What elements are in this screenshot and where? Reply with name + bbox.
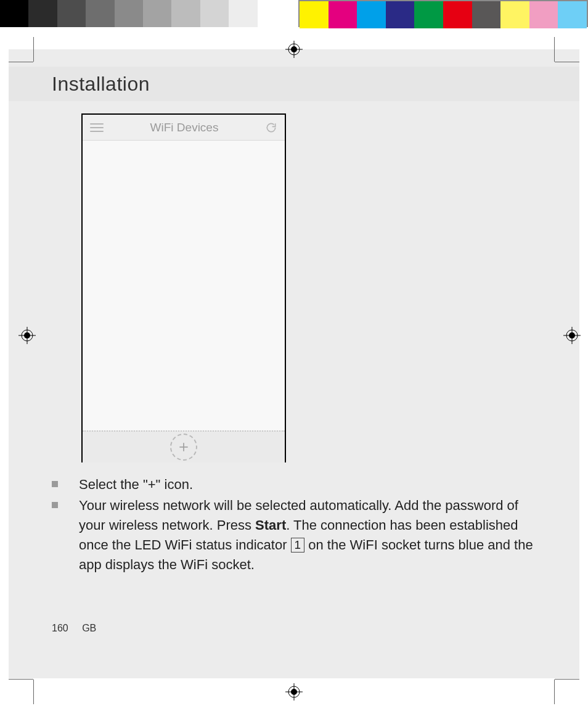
instruction-text: Select the "+" icon.Your wireless networ…	[52, 475, 545, 575]
crop-mark	[9, 679, 33, 680]
list-item-text: Select the "+" icon.	[79, 475, 545, 495]
page-number: 160	[52, 623, 68, 633]
crop-mark	[9, 62, 33, 62]
registration-mark-icon	[285, 683, 303, 701]
crop-mark	[33, 37, 34, 62]
square-bullet-icon	[52, 502, 58, 508]
crop-mark	[555, 679, 579, 680]
print-color-bars	[0, 0, 588, 27]
app-empty-list	[83, 141, 285, 430]
section-heading: Installation	[52, 73, 150, 96]
crop-mark	[554, 680, 555, 704]
refresh-icon[interactable]	[265, 121, 277, 134]
page-footer: 160 GB	[52, 623, 96, 634]
registration-mark-icon	[285, 41, 303, 58]
list-item-text: Your wireless network will be selected a…	[79, 496, 545, 575]
crop-mark	[33, 680, 34, 704]
crop-mark	[554, 37, 555, 62]
add-device-button[interactable]	[170, 433, 197, 461]
registration-mark-icon	[18, 327, 36, 344]
hamburger-icon[interactable]	[90, 123, 104, 132]
crop-mark	[555, 62, 579, 62]
reference-key: 1	[291, 538, 305, 553]
app-footer	[83, 430, 285, 462]
list-item: Your wireless network will be selected a…	[52, 496, 545, 575]
registration-mark-icon	[563, 327, 581, 344]
app-title: WiFi Devices	[104, 121, 265, 134]
square-bullet-icon	[52, 481, 58, 487]
list-item: Select the "+" icon.	[52, 475, 545, 495]
app-screenshot: WiFi Devices	[81, 113, 286, 462]
region-code: GB	[82, 623, 96, 633]
app-header: WiFi Devices	[83, 115, 285, 141]
